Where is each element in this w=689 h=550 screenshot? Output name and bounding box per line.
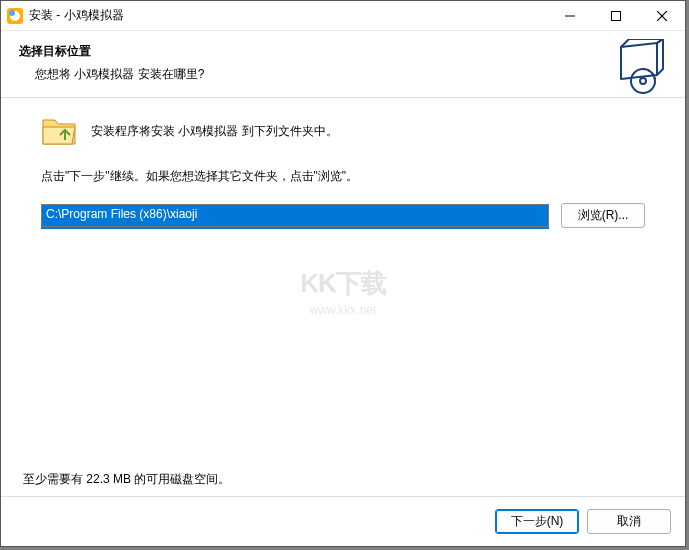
install-path-input[interactable]: C:\Program Files (x86)\xiaoji (41, 204, 549, 227)
maximize-button[interactable] (593, 1, 639, 30)
install-path-value: C:\Program Files (x86)\xiaoji (46, 207, 197, 221)
svg-point-4 (631, 69, 655, 93)
page-title: 选择目标位置 (19, 43, 667, 60)
wizard-content: 安装程序将安装 小鸡模拟器 到下列文件夹中。 点击"下一步"继续。如果您想选择其… (1, 98, 685, 496)
next-button-label: 下一步(N) (511, 513, 564, 530)
page-subtitle: 您想将 小鸡模拟器 安装在哪里? (35, 66, 667, 83)
browse-button-label: 浏览(R)... (578, 207, 629, 224)
window-controls (547, 1, 685, 30)
close-button[interactable] (639, 1, 685, 30)
wizard-footer: 下一步(N) 取消 (1, 496, 685, 546)
path-focus-underline (41, 227, 549, 229)
folder-icon (41, 116, 77, 146)
window-title: 安装 - 小鸡模拟器 (29, 7, 124, 24)
disk-space-text: 至少需要有 22.3 MB 的可用磁盘空间。 (23, 471, 230, 488)
app-icon (7, 8, 23, 24)
titlebar: 安装 - 小鸡模拟器 (1, 1, 685, 31)
browse-button[interactable]: 浏览(R)... (561, 203, 645, 228)
path-row: C:\Program Files (x86)\xiaoji 浏览(R)... (41, 203, 645, 228)
folder-line-text: 安装程序将安装 小鸡模拟器 到下列文件夹中。 (91, 123, 338, 140)
svg-rect-1 (612, 11, 621, 20)
wizard-header: 选择目标位置 您想将 小鸡模拟器 安装在哪里? (1, 31, 685, 93)
next-button[interactable]: 下一步(N) (495, 509, 579, 534)
box-disc-icon (611, 39, 667, 95)
instruction-text: 点击"下一步"继续。如果您想选择其它文件夹，点击"浏览"。 (41, 168, 645, 185)
cancel-button-label: 取消 (617, 513, 641, 530)
folder-description-row: 安装程序将安装 小鸡模拟器 到下列文件夹中。 (41, 116, 645, 146)
minimize-button[interactable] (547, 1, 593, 30)
cancel-button[interactable]: 取消 (587, 509, 671, 534)
installer-window: 安装 - 小鸡模拟器 选择目标位置 您想将 小鸡模拟器 安装在哪里? (0, 0, 686, 547)
svg-point-5 (640, 78, 646, 84)
